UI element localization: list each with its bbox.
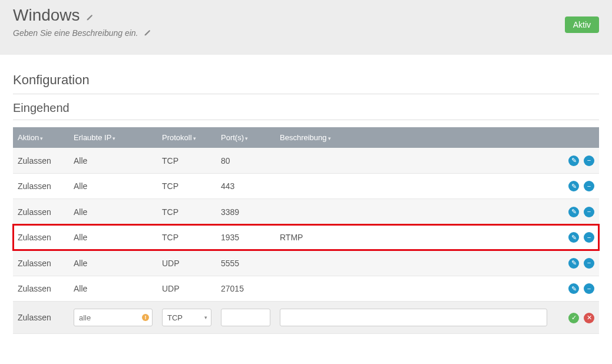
cell-ops: ✎− (552, 199, 599, 225)
header-protocol-label: Protokoll (162, 133, 192, 142)
table-row: ZulassenAlleTCP1935RTMP✎− (13, 224, 599, 250)
description-input[interactable] (280, 309, 547, 326)
protocol-select[interactable]: TCP▾ (162, 309, 211, 326)
cell-ports: 443 (216, 173, 275, 199)
rules-table: Aktion▾ Erlaubte IP▾ Protokoll▾ Port(s)▾… (13, 127, 599, 334)
cell-action: Zulassen (13, 302, 69, 334)
cell-description (275, 148, 552, 173)
edit-icon[interactable]: ✎ (568, 181, 579, 191)
port-input[interactable] (221, 309, 270, 326)
inbound-title: Eingehend (13, 101, 599, 120)
cell-ip: Alle (69, 276, 157, 302)
cell-ip: Alle (69, 224, 157, 250)
subtitle-text: Geben Sie eine Beschreibung ein. (13, 28, 138, 38)
header-protocol[interactable]: Protokoll▾ (157, 127, 216, 148)
cell-ports: 80 (216, 148, 275, 173)
cell-ops: ✎− (552, 250, 599, 276)
cell-ip: Alle (69, 148, 157, 173)
cell-description: RTMP (275, 224, 552, 250)
cell-ops: ✎− (552, 276, 599, 302)
edit-icon[interactable]: ✎ (568, 258, 579, 269)
table-row: ZulassenAlleTCP80✎− (13, 148, 599, 173)
remove-icon[interactable]: − (584, 207, 594, 217)
sort-icon: ▾ (193, 135, 196, 141)
cell-action: Zulassen (13, 173, 69, 199)
cell-protocol: TCP▾ (157, 302, 216, 334)
cell-ports: 27015 (216, 276, 275, 302)
cell-action: Zulassen (13, 250, 69, 276)
table-row: ZulassenAlleUDP5555✎− (13, 250, 599, 276)
section-title: Konfiguration (13, 72, 599, 94)
edit-icon[interactable]: ✎ (568, 207, 579, 217)
table-row: ZulassenAlleTCP3389✎− (13, 199, 599, 225)
cell-ports (216, 302, 275, 334)
cell-protocol: TCP (157, 173, 216, 199)
cell-protocol: TCP (157, 148, 216, 173)
cell-ports: 3389 (216, 199, 275, 225)
remove-icon[interactable]: − (584, 258, 594, 269)
cell-protocol: UDP (157, 250, 216, 276)
cancel-icon[interactable]: ✕ (584, 313, 594, 323)
cell-description (275, 173, 552, 199)
table-row: ZulassenAlleTCP443✎− (13, 173, 599, 199)
content: Konfiguration Eingehend Aktion▾ Erlaubte… (0, 55, 612, 346)
cell-ops: ✎− (552, 173, 599, 199)
cell-description (275, 276, 552, 302)
header-ip-label: Erlaubte IP (74, 133, 111, 142)
header-description[interactable]: Beschreibung▾ (275, 127, 552, 148)
sort-icon: ▾ (40, 135, 43, 141)
cell-ops: ✎− (552, 224, 599, 250)
cell-ports: 5555 (216, 250, 275, 276)
chevron-down-icon: ▾ (204, 315, 207, 320)
header-ip[interactable]: Erlaubte IP▾ (69, 127, 157, 148)
protocol-select-value: TCP (167, 313, 183, 322)
cell-ip: Alle (69, 173, 157, 199)
header-action[interactable]: Aktion▾ (13, 127, 69, 148)
remove-icon[interactable]: − (584, 155, 594, 166)
edit-icon[interactable]: ✎ (568, 155, 579, 166)
edit-icon[interactable]: ✎ (568, 232, 579, 243)
confirm-icon[interactable]: ✓ (568, 313, 579, 323)
header-ports[interactable]: Port(s)▾ (216, 127, 275, 148)
warning-icon[interactable]: ! (142, 314, 149, 321)
header-description-label: Beschreibung (280, 133, 327, 142)
cell-ip: ! (69, 302, 157, 334)
status-badge[interactable]: Aktiv (565, 16, 599, 33)
subtitle-row: Geben Sie eine Beschreibung ein. (13, 28, 599, 38)
cell-description (275, 302, 552, 334)
remove-icon[interactable]: − (584, 232, 594, 243)
header-action-label: Aktion (18, 133, 39, 142)
remove-icon[interactable]: − (584, 283, 594, 294)
header-operations (552, 127, 599, 148)
cell-protocol: UDP (157, 276, 216, 302)
cell-ops: ✎− (552, 148, 599, 173)
cell-action: Zulassen (13, 224, 69, 250)
cell-action: Zulassen (13, 199, 69, 225)
cell-ip: Alle (69, 199, 157, 225)
cell-description (275, 199, 552, 225)
table-row: ZulassenAlleUDP27015✎− (13, 276, 599, 302)
cell-action: Zulassen (13, 148, 69, 173)
pencil-icon[interactable] (144, 29, 151, 38)
page-header: Windows Geben Sie eine Beschreibung ein.… (0, 0, 612, 55)
sort-icon: ▾ (328, 135, 331, 141)
ip-input[interactable] (74, 309, 153, 326)
cell-ports: 1935 (216, 224, 275, 250)
cell-description (275, 250, 552, 276)
remove-icon[interactable]: − (584, 181, 594, 191)
cell-ip: Alle (69, 250, 157, 276)
new-rule-row: Zulassen!TCP▾✓✕ (13, 302, 599, 334)
cell-protocol: TCP (157, 199, 216, 225)
cell-protocol: TCP (157, 224, 216, 250)
title-text: Windows (13, 6, 80, 24)
pencil-icon[interactable] (86, 14, 93, 23)
header-ports-label: Port(s) (221, 133, 244, 142)
sort-icon: ▾ (245, 135, 248, 141)
page-title: Windows (13, 6, 80, 25)
cell-action: Zulassen (13, 276, 69, 302)
edit-icon[interactable]: ✎ (568, 283, 579, 294)
sort-icon: ▾ (113, 135, 115, 141)
cell-ops: ✓✕ (552, 302, 599, 334)
